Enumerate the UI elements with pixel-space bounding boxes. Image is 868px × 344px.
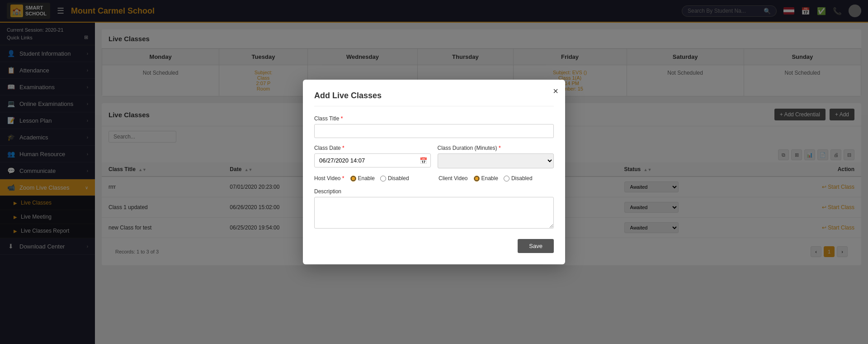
required-marker: * — [499, 145, 501, 151]
client-video-enable-radio[interactable] — [474, 176, 480, 182]
date-duration-row: Class Date * 📅 Class Duration (Minutes) … — [314, 145, 554, 168]
required-marker: * — [342, 145, 344, 151]
client-video-label: Client Video — [439, 175, 468, 182]
client-video-enable-option[interactable]: Enable — [474, 175, 498, 182]
host-video-options: Enable Disabled — [350, 175, 409, 182]
host-video-group: Host Video * Enable Disabled — [314, 175, 429, 182]
host-video-disabled-label: Disabled — [388, 175, 409, 182]
host-video-label: Host Video * — [314, 175, 344, 182]
host-video-enable-option[interactable]: Enable — [350, 175, 375, 182]
class-date-label: Class Date * — [314, 145, 431, 151]
video-options-row: Host Video * Enable Disabled Client Vide… — [314, 175, 554, 182]
class-title-input[interactable] — [314, 124, 554, 138]
class-title-row: Class Title * — [314, 115, 554, 138]
class-date-input[interactable] — [314, 153, 431, 167]
modal-overlay[interactable]: × Add Live Classes Class Title * Class D… — [0, 0, 868, 344]
class-duration-select[interactable]: 30 60 90 120 — [438, 153, 554, 168]
description-label: Description — [314, 188, 554, 195]
host-video-disabled-radio[interactable] — [380, 176, 386, 182]
client-video-disabled-label: Disabled — [511, 175, 533, 182]
modal-close-button[interactable]: × — [553, 86, 558, 96]
class-duration-col: Class Duration (Minutes) * 30 60 90 120 — [438, 145, 554, 168]
class-duration-label: Class Duration (Minutes) * — [438, 145, 554, 151]
client-video-disabled-radio[interactable] — [504, 176, 509, 182]
date-input-wrap: 📅 — [314, 153, 431, 167]
save-button[interactable]: Save — [518, 239, 554, 253]
modal-dialog: × Add Live Classes Class Title * Class D… — [303, 80, 565, 264]
client-video-enable-label: Enable — [481, 175, 498, 182]
calendar-picker-icon[interactable]: 📅 — [420, 157, 427, 164]
client-video-disabled-option[interactable]: Disabled — [504, 175, 533, 182]
description-row: Description — [314, 188, 554, 230]
class-date-col: Class Date * 📅 — [314, 145, 431, 168]
host-video-enable-radio[interactable] — [350, 176, 356, 182]
required-marker: * — [341, 115, 343, 122]
class-title-label: Class Title * — [314, 115, 554, 122]
modal-title: Add Live Classes — [314, 91, 554, 106]
modal-footer: Save — [314, 239, 554, 253]
description-textarea[interactable] — [314, 197, 554, 229]
host-video-disabled-option[interactable]: Disabled — [380, 175, 409, 182]
required-marker: * — [342, 175, 344, 182]
host-video-enable-label: Enable — [358, 175, 375, 182]
client-video-group: Client Video Enable Disabled — [439, 175, 554, 182]
client-video-options: Enable Disabled — [474, 175, 533, 182]
